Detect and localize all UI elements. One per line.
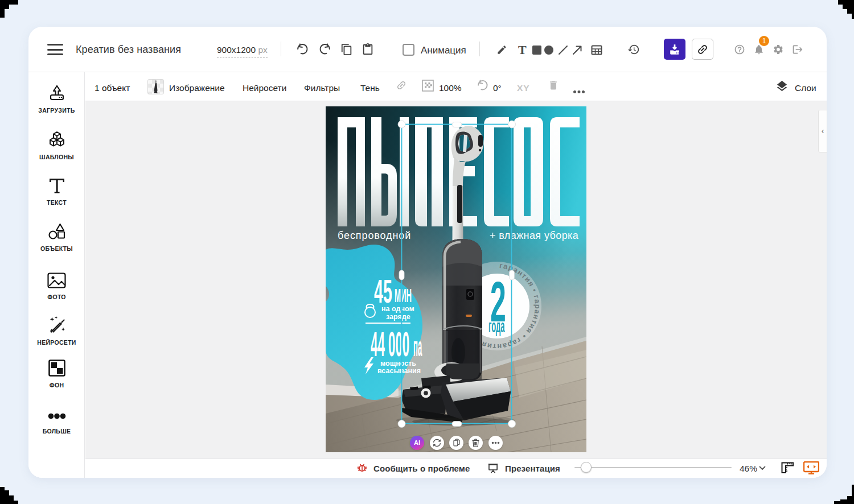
svg-text:па: па — [413, 331, 422, 361]
svg-text:МИН: МИН — [395, 285, 412, 306]
svg-text:на одном: на одном — [381, 305, 414, 313]
svg-text:44 000: 44 000 — [371, 324, 409, 363]
svg-text:+ влажная уборка: + влажная уборка — [490, 230, 579, 241]
svg-text:года: года — [488, 317, 505, 336]
svg-text:45: 45 — [374, 273, 392, 310]
svg-text:заряде: заряде — [386, 313, 410, 321]
svg-text:мощность: мощность — [380, 360, 416, 367]
svg-text:всасывания: всасывания — [377, 367, 421, 375]
svg-text:беспроводной: беспроводной — [338, 230, 411, 241]
